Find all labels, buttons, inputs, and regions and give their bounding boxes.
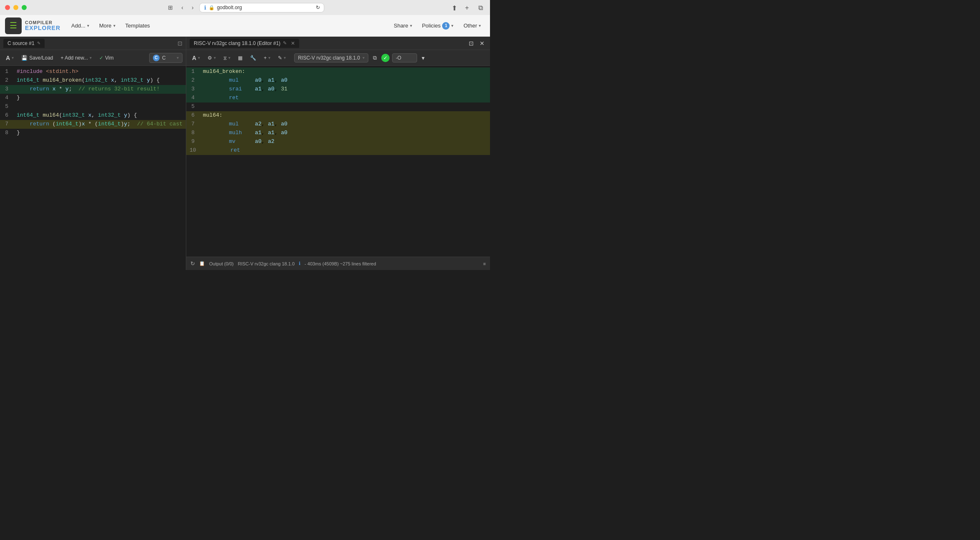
- more-dropdown-arrow: ▾: [113, 23, 115, 28]
- compiler-options-input[interactable]: [392, 53, 417, 62]
- compilation-ok-indicator: ✓: [381, 54, 390, 62]
- editor-tab-bar: C source #1 ✎ ⊡: [0, 37, 186, 50]
- language-selector[interactable]: C C ▾: [149, 53, 182, 63]
- editor-tab[interactable]: C source #1 ✎: [3, 39, 45, 48]
- titlebar: ⊞ ‹ › ℹ 🔒 godbolt.org ↻ ⬆ + ⧉: [0, 0, 490, 15]
- add-tool-button[interactable]: + ▾: [261, 54, 273, 62]
- forward-button[interactable]: ›: [189, 3, 196, 12]
- new-tab-icon[interactable]: +: [465, 4, 472, 11]
- templates-menu-button[interactable]: Templates: [121, 20, 154, 31]
- code-line-4: 4 }: [0, 94, 186, 102]
- asm-line-6: 6 mul64:: [186, 111, 490, 120]
- share-icon[interactable]: ⬆: [452, 4, 458, 11]
- output-icon: 📋: [199, 261, 205, 266]
- compiler-tab-bar: RISC-V rv32gc clang 18.1.0 (Editor #1) ✎…: [186, 37, 490, 50]
- list-icon: ≡: [483, 261, 486, 266]
- asm-line-2: 2 mul a0, a1, a0: [186, 76, 490, 85]
- asm-output-area[interactable]: 1 mul64_broken: 2 mul a0, a1, a0 3 srai …: [186, 66, 490, 257]
- compiler-status-text: RISC-V rv32gc clang 18.1.0: [238, 261, 295, 266]
- compiler-panel: RISC-V rv32gc clang 18.1.0 (Editor #1) ✎…: [186, 37, 490, 270]
- view-icon: ▦: [238, 55, 242, 61]
- close-panel-button[interactable]: ✕: [478, 39, 487, 48]
- editor-panel: C source #1 ✎ ⊡ A ▾ 💾 Save/Load + Add ne…: [0, 37, 186, 270]
- titlebar-right: ⬆ + ⧉: [452, 4, 485, 11]
- wrench-button[interactable]: 🔧: [248, 54, 259, 62]
- add-new-button[interactable]: + Add new... ▾: [58, 54, 95, 62]
- font-icon: A: [6, 55, 10, 61]
- filter-button[interactable]: ⧖ ▾: [221, 54, 233, 62]
- more-menu-button[interactable]: More ▾: [95, 20, 120, 31]
- output-label: Output (0/0): [209, 261, 234, 266]
- code-line-5: 5: [0, 102, 186, 111]
- asm-line-8: 8 mulh a1, a1, a0: [186, 129, 490, 138]
- back-button[interactable]: ‹: [179, 3, 186, 12]
- open-external-button[interactable]: ⧉: [371, 53, 379, 62]
- asm-line-9: 9 mv a0, a2: [186, 138, 490, 146]
- add-menu-button[interactable]: Add... ▾: [67, 20, 93, 31]
- filter-icon: ⧖: [223, 55, 227, 61]
- compiler-selector-area: RISC-V rv32gc clang 18.1.0 ▾ ⧉ ✓ ▾: [294, 53, 487, 62]
- notification-badge: 1: [442, 22, 450, 30]
- code-line-1: 1 #include <stdint.h>: [0, 68, 186, 76]
- view-button[interactable]: ▦: [235, 54, 245, 62]
- code-line-6: 6 int64_t mul64(int32_t x, int32_t y) {: [0, 111, 186, 120]
- refresh-icon[interactable]: ↻: [190, 260, 195, 267]
- logo-area: ☰ COMPILER EXPLORER: [5, 18, 60, 34]
- info-icon: ℹ: [204, 5, 206, 11]
- asm-font-icon: A: [192, 55, 196, 61]
- share-button[interactable]: Share ▾: [390, 20, 416, 31]
- logo-icon: ☰: [5, 18, 22, 34]
- asm-line-10: 10 ret: [186, 146, 490, 155]
- color-button[interactable]: ✎ ▾: [275, 54, 288, 62]
- save-icon: 💾: [21, 55, 28, 61]
- compiler-toolbar: A ▾ ⚙ ▾ ⧖ ▾ ▦ 🔧 + ▾ ✎ ▾: [186, 50, 490, 66]
- edit-icon: ✎: [37, 41, 40, 45]
- logo-explorer: EXPLORER: [25, 25, 60, 31]
- maximize-button[interactable]: [22, 5, 27, 10]
- asm-line-1: 1 mul64_broken:: [186, 68, 490, 76]
- add-dropdown-arrow: ▾: [87, 23, 89, 28]
- tabs-icon[interactable]: ⧉: [478, 4, 485, 11]
- minimize-button[interactable]: [13, 5, 18, 10]
- svg-text:☰: ☰: [10, 21, 17, 30]
- reload-icon[interactable]: ↻: [316, 5, 320, 10]
- code-line-3: 3 return x * y; // returns 32-bit result…: [0, 85, 186, 94]
- editor-maximize-button[interactable]: ⊡: [178, 40, 182, 47]
- main-area: C source #1 ✎ ⊡ A ▾ 💾 Save/Load + Add ne…: [0, 37, 490, 270]
- settings-icon: ⚙: [208, 55, 212, 61]
- compiler-tab-close-icon[interactable]: ✕: [291, 40, 295, 46]
- other-dropdown-arrow: ▾: [479, 23, 481, 28]
- code-area[interactable]: 1 #include <stdint.h> 2 int64_t mul64_br…: [0, 66, 186, 270]
- policies-button[interactable]: Policies 1 ▾: [418, 20, 458, 32]
- add-icon: +: [264, 55, 267, 61]
- wrench-icon: 🔧: [250, 55, 256, 61]
- other-menu-button[interactable]: Other ▾: [459, 20, 485, 31]
- url-bar[interactable]: ℹ 🔒 godbolt.org ↻: [200, 3, 325, 12]
- code-line-2: 2 int64_t mul64_broken(int32_t x, int32_…: [0, 76, 186, 85]
- compiler-settings-button[interactable]: ⚙ ▾: [205, 54, 218, 62]
- policies-dropdown-arrow: ▾: [451, 23, 453, 28]
- logo-text: COMPILER EXPLORER: [25, 20, 60, 31]
- code-line-8: 8 }: [0, 129, 186, 138]
- asm-font-button[interactable]: A ▾: [190, 53, 202, 62]
- close-button[interactable]: [5, 5, 10, 10]
- font-button[interactable]: A ▾: [3, 53, 16, 62]
- options-expand-button[interactable]: ▾: [420, 53, 427, 62]
- compiler-tab[interactable]: RISC-V rv32gc clang 18.1.0 (Editor #1) ✎…: [190, 39, 299, 48]
- save-load-button[interactable]: 💾 Save/Load: [19, 54, 55, 62]
- asm-line-5: 5: [186, 102, 490, 111]
- asm-line-3: 3 srai a1, a0, 31: [186, 85, 490, 94]
- sidebar-toggle-button[interactable]: ⊞: [165, 3, 175, 12]
- lock-icon: 🔒: [209, 5, 215, 10]
- restore-button[interactable]: ⊡: [467, 39, 476, 48]
- compiler-tab-actions: ⊡ ✕: [467, 39, 487, 48]
- compiler-selector[interactable]: RISC-V rv32gc clang 18.1.0 ▾: [294, 53, 368, 62]
- asm-line-7: 7 mul a2, a1, a0: [186, 120, 490, 129]
- editor-tab-label: C source #1: [8, 40, 35, 46]
- code-line-7: 7 return (int64_t)x * (int64_t)y; // 64-…: [0, 120, 186, 129]
- vim-icon: ✓: [99, 55, 103, 61]
- navbar: ☰ COMPILER EXPLORER Add... ▾ More ▾ Temp…: [0, 15, 490, 37]
- vim-button[interactable]: ✓ Vim: [97, 54, 116, 62]
- compiler-tab-edit-icon: ✎: [283, 40, 287, 46]
- color-icon: ✎: [278, 55, 282, 61]
